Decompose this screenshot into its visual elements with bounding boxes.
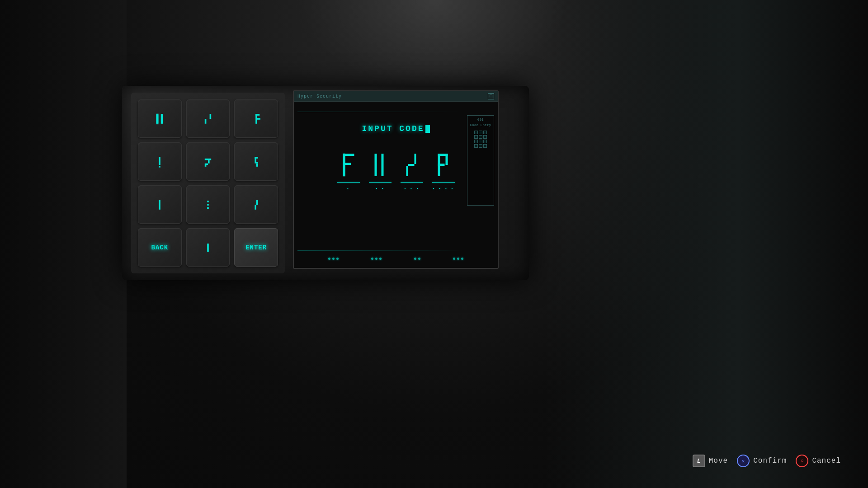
screen-title: Hyper Security bbox=[297, 94, 342, 99]
code-symbol-2: • • bbox=[369, 151, 392, 190]
svg-rect-32 bbox=[445, 154, 448, 165]
hint-confirm-label: Confirm bbox=[753, 457, 787, 465]
code-underline-2 bbox=[369, 182, 392, 183]
dot-group-3 bbox=[414, 258, 420, 260]
svg-rect-20 bbox=[256, 200, 258, 205]
svg-rect-16 bbox=[159, 200, 161, 210]
input-code-label: INPUT CODE bbox=[362, 124, 429, 133]
svg-rect-6 bbox=[159, 157, 161, 165]
screen-bottom-indicators bbox=[294, 258, 498, 260]
code-underline-4 bbox=[432, 182, 455, 183]
svg-rect-8 bbox=[205, 158, 211, 160]
keypad-btn-8[interactable] bbox=[186, 185, 230, 224]
dot-group-1 bbox=[328, 258, 339, 260]
svg-rect-19 bbox=[207, 207, 209, 209]
svg-rect-15 bbox=[256, 163, 258, 166]
svg-rect-4 bbox=[255, 114, 259, 116]
svg-rect-25 bbox=[343, 163, 351, 165]
svg-rect-9 bbox=[208, 160, 210, 163]
svg-rect-26 bbox=[374, 154, 377, 176]
security-screen: Hyper Security □ INPUT CODE • bbox=[293, 90, 499, 269]
svg-rect-11 bbox=[205, 165, 207, 167]
svg-rect-22 bbox=[207, 244, 209, 252]
svg-rect-10 bbox=[205, 163, 208, 165]
keypad-btn-2[interactable] bbox=[186, 99, 230, 138]
code-dots-1: • bbox=[347, 186, 350, 190]
svg-rect-24 bbox=[343, 154, 354, 156]
bg-right-shadow bbox=[542, 0, 868, 488]
screen-line-top bbox=[297, 112, 464, 112]
screen-body: INPUT CODE • bbox=[294, 102, 498, 267]
screen-header: Hyper Security □ bbox=[294, 91, 498, 102]
svg-rect-5 bbox=[257, 118, 260, 120]
hint-move: L Move bbox=[693, 455, 728, 467]
keypad-btn-7[interactable] bbox=[138, 185, 182, 224]
keypad-btn-enter[interactable]: ENTER bbox=[234, 228, 278, 267]
keypad-btn-9[interactable] bbox=[234, 185, 278, 224]
o-button-icon: ○ bbox=[796, 455, 808, 467]
screen-line-bottom bbox=[297, 250, 464, 251]
x-button-icon: ✕ bbox=[737, 455, 750, 467]
keypad-btn-5[interactable] bbox=[186, 142, 230, 181]
svg-rect-1 bbox=[161, 114, 163, 124]
side-label-2: Code Entry bbox=[470, 123, 491, 127]
code-symbol-4: • • • • bbox=[432, 151, 455, 190]
svg-marker-2 bbox=[205, 114, 211, 124]
dot-group-2 bbox=[371, 258, 382, 260]
keypad-btn-3[interactable] bbox=[234, 99, 278, 138]
hint-cancel: ○ Cancel bbox=[796, 455, 841, 467]
svg-rect-14 bbox=[255, 162, 258, 164]
cursor bbox=[425, 125, 430, 133]
svg-rect-17 bbox=[207, 201, 209, 202]
controller-hints: L Move ✕ Confirm ○ Cancel bbox=[693, 455, 841, 467]
svg-rect-18 bbox=[207, 204, 209, 206]
keypad-btn-4[interactable] bbox=[138, 142, 182, 181]
hint-move-label: Move bbox=[709, 457, 728, 465]
svg-rect-7 bbox=[159, 166, 161, 168]
code-dots-3: • • • bbox=[404, 186, 419, 190]
code-underline-1 bbox=[337, 182, 360, 183]
svg-rect-31 bbox=[438, 164, 444, 166]
keypad-btn-6[interactable] bbox=[234, 142, 278, 181]
keypad-btn-back[interactable]: BACK bbox=[138, 228, 182, 267]
bg-left-shadow bbox=[0, 0, 127, 488]
code-dots-2: • • bbox=[375, 186, 384, 190]
code-dots-4: • • • • bbox=[433, 186, 454, 190]
side-label-1: 001 bbox=[477, 118, 484, 122]
keypad-btn-0[interactable] bbox=[186, 228, 230, 267]
keypad: BACK ENTER bbox=[131, 93, 285, 273]
code-display: • • • • • • bbox=[337, 151, 455, 190]
keypad-btn-1[interactable] bbox=[138, 99, 182, 138]
code-symbol-3: • • • bbox=[401, 151, 423, 190]
svg-rect-13 bbox=[255, 157, 256, 162]
svg-rect-27 bbox=[381, 154, 383, 176]
code-underline-3 bbox=[401, 182, 423, 183]
code-symbol-1: • bbox=[337, 151, 360, 190]
side-panel-grid bbox=[474, 131, 487, 148]
l-button-icon: L bbox=[693, 455, 705, 467]
svg-rect-21 bbox=[255, 205, 256, 210]
svg-rect-0 bbox=[156, 114, 159, 124]
screen-side-panel: 001 Code Entry bbox=[467, 115, 494, 206]
dot-group-4 bbox=[453, 258, 463, 260]
hint-confirm: ✕ Confirm bbox=[737, 455, 787, 467]
svg-marker-28 bbox=[406, 154, 416, 176]
hint-cancel-label: Cancel bbox=[812, 457, 841, 465]
screen-close-btn[interactable]: □ bbox=[488, 93, 494, 99]
